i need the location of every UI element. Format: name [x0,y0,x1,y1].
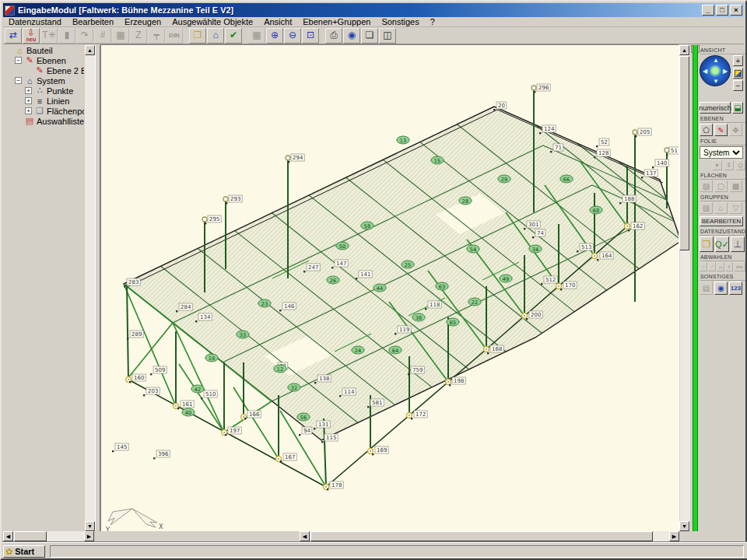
tree-item-auswahllisten[interactable]: ▤Auswahllisten [3,116,84,126]
raster-2-button[interactable]: ▦ [248,28,265,44]
canvas-vthumb[interactable] [679,56,689,250]
tree-scroll-down[interactable]: ▼ [85,521,95,531]
bauwerk-button[interactable]: ⌂ [207,28,224,44]
tree-hscrollbar[interactable]: ◀ ▶ [3,531,94,541]
rotate-right-icon[interactable]: ▶ [723,68,728,75]
shade-toggle-button[interactable] [733,68,743,79]
tree-scroll-right[interactable]: ▶ [84,531,94,541]
menu-?[interactable]: ? [425,17,440,27]
ebene-polygon-button[interactable]: ⬠ [700,124,713,136]
zoom-fenster-button[interactable]: ⊡ [302,28,319,44]
menu-ebenen-gruppen[interactable]: Ebenen+Gruppen [297,17,376,27]
tree-item-fl-chenpositionen[interactable]: +❏Flächenpositionen [3,106,84,116]
rotate-down-icon[interactable]: ▼ [713,79,719,85]
menu-sonstiges[interactable]: Sonstiges [376,17,424,27]
ebene-edit-button[interactable]: ✎ [714,124,728,136]
expand-icon[interactable]: + [25,87,32,94]
raster-button[interactable]: # [94,28,111,44]
tabelle-button[interactable]: ▦ [112,28,129,44]
folie-search-button[interactable]: Q [735,160,745,170]
panel-splitter[interactable] [95,45,100,541]
expand-icon[interactable]: + [25,97,32,104]
gruppen-hatch-button[interactable]: ▨ [700,202,713,214]
sonstiges-eye-button[interactable]: ◉ [714,282,728,295]
tree-item-ebenen[interactable]: −✎Ebenen [3,55,84,65]
tree-hthumb[interactable] [14,531,47,541]
canvas-scroll-right[interactable]: ▶ [669,531,679,541]
rotate-up-icon[interactable]: ▲ [713,58,719,64]
datenzustand-wechseln-button[interactable]: ⇄ [5,28,22,44]
canvas-scroll-up[interactable]: ▲ [679,45,689,55]
tree-item-bauteil[interactable]: ⌂Bauteil [3,45,84,55]
ebene-move-button[interactable]: ✥ [729,124,742,136]
punkt-werkzeug-button[interactable]: T✳ [40,28,58,44]
canvas-scroll-down[interactable]: ▼ [679,521,689,531]
collapse-icon[interactable]: − [15,77,22,84]
zoom-plus-button[interactable]: + [733,55,743,66]
tree-item-linien[interactable]: +≡Linien [3,96,84,106]
abwahl-mode2-button[interactable]: ▭ [717,262,724,271]
zoom-in-button[interactable]: ⊕ [266,28,283,44]
sonstiges-renumber-button[interactable]: 123 [729,282,742,295]
daten-check-button[interactable]: Q✓ [715,236,729,252]
loeschen-button[interactable]: ▮ [58,28,75,44]
neu-button[interactable]: ⇩neu [23,28,40,44]
canvas-hscrollbar[interactable]: ◀ ▶ [300,531,679,541]
zoom-minus-button[interactable]: − [733,80,743,91]
menu-datenzustand[interactable]: Datenzustand [3,17,67,27]
tree-vscrollbar[interactable]: ▲ ▼ [85,45,95,531]
flaechen-hatch3-button[interactable]: ▩ [729,180,742,192]
abwahl-mode1-button[interactable]: ∕ [708,262,716,271]
section-datenzustand: DATENZUSTAND [700,229,745,236]
gruppen-house-button[interactable]: ⌂ [714,202,728,214]
menu-erzeugen[interactable]: Erzeugen [119,17,167,27]
bearbeiten-button[interactable]: BEARBEITEN [700,216,743,226]
canvas-scroll-left[interactable]: ◀ [300,531,310,541]
expand-icon[interactable]: + [25,107,32,114]
ordner-button[interactable]: ❒ [189,28,206,44]
daten-folder-button[interactable]: ❒ [700,236,714,252]
gruppen-filter-button[interactable]: ▽ [729,202,742,214]
menu-bearbeiten[interactable]: Bearbeiten [67,17,119,27]
tree-item-system[interactable]: −⌂System [3,75,84,86]
menu-ansicht[interactable]: Ansicht [258,17,297,27]
tree-item-punkte[interactable]: +∴Punkte [3,86,84,96]
folie-dropdown-button[interactable]: ▼ [712,160,722,170]
sonstiges-doc-button[interactable]: ▤ [700,282,713,295]
flaechen-hatch1-button[interactable]: ▨ [700,180,713,192]
canvas-hthumb[interactable] [310,531,653,541]
minimize-button[interactable]: _ [702,5,714,16]
numerisch-button[interactable]: numerisch [700,102,731,114]
canvas-vscrollbar[interactable]: ▲ ▼ [680,45,690,531]
close-button[interactable]: × [730,5,742,16]
model-canvas[interactable]: 2962942952932055172012471521281371402832… [100,44,679,534]
rotate-left-icon[interactable]: ◀ [703,68,707,75]
fenster-button[interactable]: ❏ [361,28,378,44]
z-profil-button[interactable]: Z [130,28,147,44]
t-profil-button[interactable]: ┯ [148,28,165,44]
abwahl-alle-button[interactable]: alle [734,262,745,271]
rueckgaengig-button[interactable]: ↷ [76,28,93,44]
tree-scroll-left[interactable]: ◀ [3,531,13,541]
pruefen-button[interactable]: ✔ [225,28,242,44]
tree-item-ebene-2-b-hne[interactable]: ✎Ebene 2 Bühne [3,65,84,75]
view-rotate-ball[interactable]: ▲ ▼ ◀ ▶ [700,55,731,86]
maximize-button[interactable]: □ [716,5,728,16]
collapse-icon[interactable]: − [15,57,22,64]
folie-select[interactable]: System [700,146,743,159]
menu-ausgew-hlte-objekte[interactable]: Ausgewählte Objekte [167,17,258,27]
beenden-button[interactable]: ◫ [379,28,396,44]
zoom-out-button[interactable]: ⊖ [284,28,301,44]
flaechen-hatch2-button[interactable]: ▢ [714,180,728,192]
title-bar[interactable]: EingabeModul [Faltwerk: Bühne Mezzanine … [3,3,744,17]
daten-stamp-button[interactable]: ⊥ [731,236,745,252]
tree-scroll-up[interactable]: ▲ [85,45,95,55]
abwahl-mode3-button[interactable]: ‖ [725,262,733,271]
drucken-button[interactable]: ⎙ [325,28,342,44]
start-button[interactable]: ✿ Start [3,545,45,558]
save-view-button[interactable]: ⬓ [732,102,743,114]
din-button[interactable]: DIN [166,28,183,44]
ansicht-button[interactable]: ◉ [343,28,360,44]
folie-spinner[interactable]: ⇕ [724,160,734,170]
abwahl-mode0-button[interactable]: ○ [700,262,707,271]
